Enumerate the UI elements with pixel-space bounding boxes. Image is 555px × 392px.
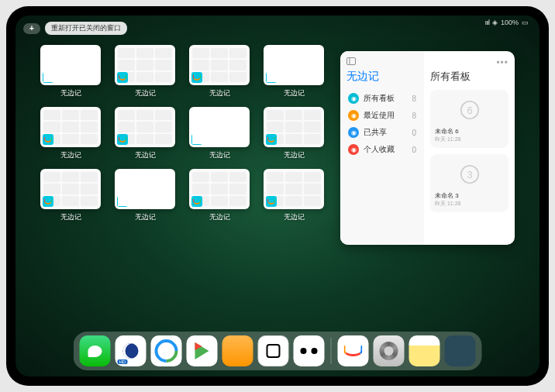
svg-rect-0 [347, 58, 356, 65]
app-thumbnail[interactable]: 无边记 [115, 107, 175, 161]
svg-text:6: 6 [467, 105, 472, 116]
books-app-icon[interactable] [222, 335, 253, 366]
app-thumbnail[interactable]: 无边记 [40, 169, 101, 223]
freeform-badge-icon [191, 196, 202, 207]
battery-text: 100% [501, 19, 519, 26]
freeform-badge-icon [43, 196, 53, 207]
wechat-app-icon[interactable] [80, 335, 111, 366]
freeform-badge-icon [191, 134, 202, 145]
freeform-app-icon[interactable] [338, 335, 369, 366]
sidebar-item-icon: ◉ [348, 110, 359, 121]
freeform-badge-icon [191, 72, 202, 83]
screen: ıııl ◈ 100% ▭ + 重新打开已关闭的窗口 无边记无边记无边记无边记无… [16, 15, 539, 377]
freeform-sidebar: 无边记 ◉所有看板8◉最近使用8◉已共享0◉个人收藏0 [340, 51, 424, 245]
freeform-badge-icon [43, 72, 53, 83]
sidebar-title: 无边记 [346, 70, 418, 84]
quark-app-icon[interactable]: HD [115, 335, 147, 366]
board-card[interactable]: 6未命名 6昨天 11:28 [430, 90, 508, 148]
ipad-device-frame: ıııl ◈ 100% ▭ + 重新打开已关闭的窗口 无边记无边记无边记无边记无… [6, 6, 549, 386]
app-thumbnail[interactable]: 无边记 [189, 45, 250, 99]
thumbnail-label: 无边记 [284, 150, 305, 160]
wifi-icon: ◈ [492, 19, 498, 26]
freeform-badge-icon [266, 196, 277, 207]
freeform-badge-icon [117, 134, 128, 145]
sidebar-item-icon: ◉ [348, 127, 359, 138]
thumbnail-label: 无边记 [60, 88, 81, 98]
app-thumbnail[interactable]: 无边记 [115, 45, 175, 99]
freeform-badge-icon [117, 72, 128, 83]
freeform-badge-icon [266, 72, 277, 83]
top-left-controls: + 重新打开已关闭的窗口 [23, 22, 127, 35]
thumbnail-label: 无边记 [209, 150, 230, 160]
sidebar-item[interactable]: ◉所有看板8 [346, 90, 418, 107]
sidebar-item-label: 个人收藏 [364, 144, 407, 155]
thumbnail-label: 无边记 [209, 88, 230, 98]
thumbnail-label: 无边记 [284, 212, 305, 222]
settings-app-icon[interactable] [374, 335, 405, 366]
app-thumbnail[interactable]: 无边记 [40, 45, 101, 99]
sidebar-item-icon: ◉ [348, 144, 359, 155]
sidebar-item-label: 所有看板 [364, 93, 407, 104]
recents-folder-icon[interactable] [445, 335, 476, 366]
card-sublabel: 昨天 11:28 [435, 200, 504, 208]
app-thumbnail[interactable]: 无边记 [115, 169, 175, 223]
board-card[interactable]: 3未命名 3昨天 11:28 [430, 154, 508, 212]
sidebar-item[interactable]: ◉最近使用8 [346, 107, 418, 124]
window-grid: 无边记无边记无边记无边记无边记无边记无边记无边记无边记无边记无边记无边记 [40, 45, 324, 327]
sidebar-item[interactable]: ◉已共享0 [346, 124, 418, 141]
sidebar-item-count: 8 [412, 95, 416, 103]
card-label: 未命名 6 [435, 127, 504, 136]
app-thumbnail[interactable]: 无边记 [264, 169, 324, 223]
new-window-button[interactable]: + [23, 23, 40, 34]
app-thumbnail[interactable]: 无边记 [189, 107, 250, 161]
freeform-badge-icon [43, 134, 53, 145]
sidebar-item-label: 已共享 [364, 127, 407, 138]
board-preview: 6 [435, 95, 504, 126]
thumbnail-label: 无边记 [135, 212, 156, 222]
sidebar-toggle[interactable] [346, 57, 418, 65]
sidebar-icon [346, 57, 356, 65]
status-bar: ıııl ◈ 100% ▭ [484, 19, 529, 26]
svg-text:3: 3 [467, 169, 472, 181]
sidebar-item-count: 0 [412, 129, 416, 137]
connect-app-icon[interactable] [294, 335, 325, 366]
sidebar-item-label: 最近使用 [364, 110, 407, 121]
freeform-badge-icon [266, 134, 277, 145]
battery-icon: ▭ [522, 19, 529, 26]
sidebar-item-icon: ◉ [348, 93, 359, 104]
sidebar-item-count: 8 [412, 112, 416, 120]
thumbnail-label: 无边记 [135, 150, 156, 160]
app-thumbnail[interactable]: 无边记 [189, 169, 250, 223]
main-title: 所有看板 [430, 70, 508, 84]
thumbnail-label: 无边记 [60, 150, 81, 160]
sidebar-item-count: 0 [412, 146, 416, 154]
thumbnail-label: 无边记 [135, 88, 156, 98]
freeform-main: ••• 所有看板 6未命名 6昨天 11:283未命名 3昨天 11:28 [424, 51, 515, 245]
sidebar-item[interactable]: ◉个人收藏0 [346, 141, 418, 158]
dock: HD [74, 332, 482, 370]
game-app-icon[interactable] [258, 335, 289, 366]
app-switcher: 无边记无边记无边记无边记无边记无边记无边记无边记无边记无边记无边记无边记 无边记… [40, 45, 515, 327]
more-icon[interactable]: ••• [430, 57, 508, 68]
dock-separator [331, 338, 332, 364]
thumbnail-label: 无边记 [209, 212, 230, 222]
board-preview: 3 [435, 159, 504, 190]
freeform-window[interactable]: 无边记 ◉所有看板8◉最近使用8◉已共享0◉个人收藏0 ••• 所有看板 6未命… [340, 51, 515, 245]
freeform-badge-icon [117, 196, 128, 207]
card-label: 未命名 3 [435, 191, 504, 200]
thumbnail-label: 无边记 [60, 212, 81, 222]
qq-browser-app-icon[interactable] [151, 335, 182, 366]
app-thumbnail[interactable]: 无边记 [264, 107, 324, 161]
app-thumbnail[interactable]: 无边记 [264, 45, 324, 99]
card-sublabel: 昨天 11:28 [435, 136, 504, 143]
thumbnail-label: 无边记 [284, 88, 305, 98]
notes-app-icon[interactable] [409, 335, 440, 366]
play-app-icon[interactable] [187, 335, 218, 366]
signal-icon: ıııl [484, 19, 489, 26]
app-thumbnail[interactable]: 无边记 [40, 107, 101, 161]
reopen-closed-window-button[interactable]: 重新打开已关闭的窗口 [45, 22, 127, 35]
